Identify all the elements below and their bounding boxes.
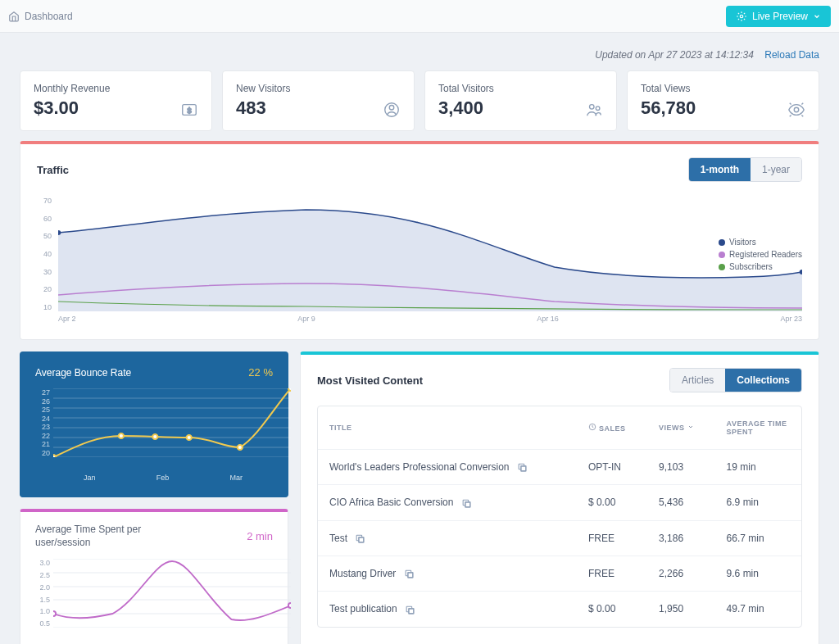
svg-point-19 (119, 433, 124, 438)
cell-views: 3,186 (647, 520, 715, 556)
svg-point-20 (152, 434, 157, 439)
content-tabs: Articles Collections (669, 368, 802, 392)
traffic-y-axis: 70605040302010 (37, 197, 52, 311)
topbar: Dashboard Live Preview (0, 0, 839, 33)
svg-point-7 (794, 107, 799, 112)
cell-avg: 19 min (715, 450, 801, 485)
table-row[interactable]: Test publication $ 0.001,95049.7 min (318, 592, 801, 627)
col-sales[interactable]: SALES (577, 406, 647, 450)
svg-point-0 (740, 15, 743, 18)
traffic-range-toggle: 1-month 1-year (688, 157, 802, 182)
stat-value: 483 (236, 98, 290, 119)
cell-title: CIO Africa Basic Conversion (318, 485, 577, 520)
svg-point-30 (53, 611, 56, 616)
stat-value: $3.00 (34, 98, 110, 119)
cell-sales: OPT-IN (577, 450, 647, 485)
cell-views: 1,950 (647, 592, 715, 627)
cell-sales: $ 0.00 (577, 592, 647, 627)
target-icon (736, 11, 747, 22)
stat-cards: Monthly Revenue$3.00 $ New Visitors483 T… (20, 70, 819, 131)
stat-card-new-visitors: New Visitors483 (222, 70, 415, 131)
stat-label: Total Views (641, 83, 696, 94)
table-row[interactable]: Test FREE3,18666.7 min (318, 520, 801, 556)
svg-point-31 (288, 603, 291, 608)
bounce-panel: Average Bounce Rate 22 % 272625242322212… (20, 351, 288, 497)
bounce-value: 22 % (248, 366, 273, 379)
breadcrumb[interactable]: Dashboard (8, 11, 73, 22)
cell-views: 9,103 (647, 450, 715, 485)
traffic-panel: Traffic 1-month 1-year 70605040302010 (20, 141, 819, 340)
stat-value: 56,780 (641, 98, 696, 119)
col-views[interactable]: VIEWS (647, 406, 715, 450)
traffic-legend: Visitors Registered Readers Subscribers (719, 238, 802, 274)
breadcrumb-label: Dashboard (25, 11, 73, 22)
tab-articles[interactable]: Articles (670, 369, 725, 392)
clock-icon (588, 423, 596, 431)
users-icon (585, 101, 603, 119)
stat-card-total-views: Total Views56,780 (627, 70, 819, 131)
cell-title: Test publication (318, 592, 577, 627)
cell-title: World's Leaders Professional Conversion (318, 450, 577, 485)
time-spent-title: Average Time Spent per user/session (35, 524, 166, 549)
time-spent-value: 2 min (247, 530, 273, 542)
svg-point-6 (596, 107, 600, 111)
cell-avg: 66.7 min (715, 520, 801, 556)
cell-sales: FREE (577, 556, 647, 591)
user-circle-icon (383, 101, 401, 119)
stat-card-total-visitors: Total Visitors3,400 (424, 70, 617, 131)
cell-views: 2,266 (647, 556, 715, 591)
svg-point-18 (53, 455, 56, 457)
svg-text:$: $ (187, 107, 191, 115)
table-row[interactable]: World's Leaders Professional Conversion … (318, 450, 801, 485)
eye-icon (787, 101, 805, 119)
time-spent-panel: Average Time Spent per user/session 2 mi… (20, 509, 288, 644)
col-avg[interactable]: AVERAGE TIME SPENT (715, 406, 801, 450)
time-spent-chart: 3.02.52.01.51.00.5 JanFebMar (20, 554, 288, 644)
stat-label: Monthly Revenue (34, 83, 110, 94)
table-row[interactable]: Mustang Driver FREE2,2669.6 min (318, 556, 801, 591)
cell-title: Mustang Driver (318, 556, 577, 591)
svg-point-4 (389, 106, 394, 111)
cell-sales: FREE (577, 520, 647, 556)
stat-card-revenue: Monthly Revenue$3.00 $ (20, 70, 212, 131)
dollar-icon: $ (180, 101, 198, 119)
updated-timestamp: Updated on Apr 27 2023 at 14:12:34 (595, 49, 754, 61)
cell-avg: 49.7 min (715, 592, 801, 627)
update-info: Updated on Apr 27 2023 at 14:12:34 Reloa… (20, 49, 819, 61)
bounce-chart: 2726252423222120 JanFebMar (20, 383, 288, 497)
cell-views: 5,436 (647, 485, 715, 520)
content-table: TITLE SALES VIEWS AVERAGE TIME SPENT Wor… (317, 406, 802, 628)
cell-avg: 9.6 min (715, 556, 801, 591)
col-title[interactable]: TITLE (318, 406, 577, 450)
cell-avg: 6.9 min (715, 485, 801, 520)
stat-value: 3,400 (438, 98, 494, 119)
bottom-row: Average Bounce Rate 22 % 272625242322212… (20, 351, 819, 644)
tab-collections[interactable]: Collections (725, 369, 801, 392)
traffic-title: Traffic (37, 164, 69, 176)
svg-point-23 (288, 388, 291, 391)
stat-label: Total Visitors (438, 83, 494, 94)
traffic-chart: 70605040302010 Apr 2Apr 9Apr 16Apr 23 Vi… (20, 188, 819, 339)
reload-link[interactable]: Reload Data (764, 49, 819, 61)
svg-point-22 (238, 445, 243, 450)
bounce-title: Average Bounce Rate (35, 367, 131, 379)
tab-1-year[interactable]: 1-year (751, 158, 801, 181)
cell-sales: $ 0.00 (577, 485, 647, 520)
cell-title: Test (318, 520, 577, 556)
chevron-down-icon (813, 12, 821, 20)
table-footer: Page 1 of 20 « ‹ › » Show 5 Records (301, 641, 819, 644)
table-row[interactable]: CIO Africa Basic Conversion $ 0.005,4366… (318, 485, 801, 520)
live-preview-button[interactable]: Live Preview (726, 6, 831, 27)
chevron-down-icon (687, 424, 694, 430)
traffic-x-axis: Apr 2Apr 9Apr 16Apr 23 (58, 315, 802, 323)
svg-point-21 (187, 435, 192, 440)
stat-label: New Visitors (236, 83, 290, 94)
svg-point-5 (590, 105, 595, 109)
content-panel: Most Visited Content Articles Collection… (300, 351, 819, 644)
home-icon (8, 11, 20, 22)
tab-1-month[interactable]: 1-month (689, 158, 751, 181)
content-title: Most Visited Content (317, 374, 423, 387)
main-container: Updated on Apr 27 2023 at 14:12:34 Reloa… (0, 33, 839, 644)
